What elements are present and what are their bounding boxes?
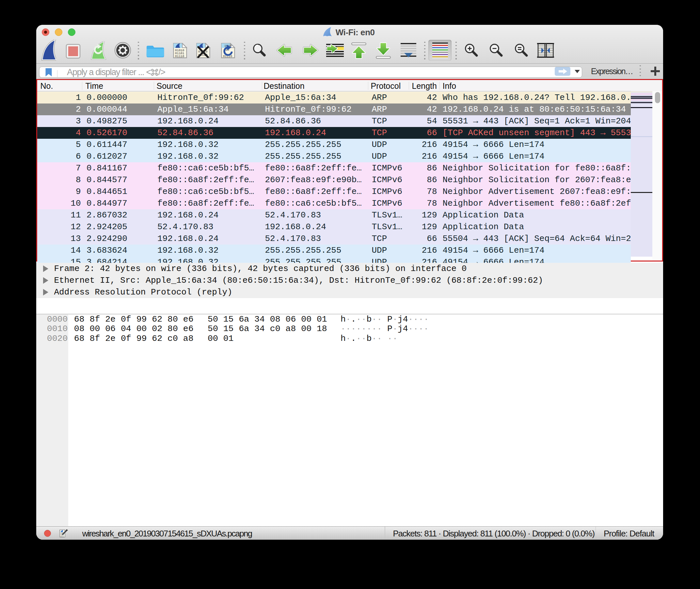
svg-text:01110: 01110	[175, 54, 185, 58]
svg-text:0111: 0111	[60, 536, 64, 538]
